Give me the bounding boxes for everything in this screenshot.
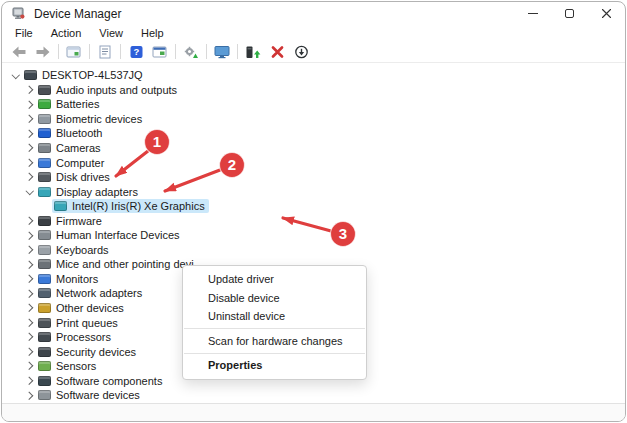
chevron-right-icon[interactable] [24,349,36,355]
maximize-button[interactable] [551,2,588,25]
chevron-down-icon[interactable] [10,74,22,78]
tree-item-disk-drives[interactable]: Disk drives [2,170,625,185]
tree-item-human-interface-devices[interactable]: Human Interface Devices [2,228,625,243]
tree-item-keyboards[interactable]: Keyboards [2,243,625,258]
chevron-right-icon[interactable] [24,131,36,137]
tree-item-label: Sensors [56,360,96,372]
chevron-right-icon[interactable] [24,247,36,253]
sensor-icon [38,361,51,371]
console-tree-button[interactable] [62,42,86,62]
computer-icon [24,70,37,80]
toolbar-separator [89,44,90,59]
tree-item-bluetooth[interactable]: Bluetooth [2,126,625,141]
tree-item-label: Software devices [56,389,140,401]
tree-item-label: Monitors [56,273,98,285]
tree-item-software-devices[interactable]: Software devices [2,388,625,403]
speaker-icon [38,85,51,95]
tree-item-audio-inputs-and-outputs[interactable]: Audio inputs and outputs [2,83,625,98]
tree-item-content: DESKTOP-4L537JQ [22,68,147,82]
disk-icon [38,172,51,182]
chip-icon [38,216,51,226]
tree-item-computer[interactable]: Computer [2,155,625,170]
update-settings-button[interactable] [179,42,203,62]
status-bar [2,403,625,421]
bluetooth-icon [38,128,51,138]
tree-item-batteries[interactable]: Batteries [2,97,625,112]
back-button[interactable] [7,42,31,62]
chevron-right-icon[interactable] [24,233,36,239]
chevron-down-icon[interactable] [24,190,36,194]
toolbar-separator [237,44,238,59]
chevron-right-icon[interactable] [24,320,36,326]
tree-item-biometric-devices[interactable]: Biometric devices [2,112,625,127]
security-device-icon [38,347,51,357]
chevron-right-icon[interactable] [24,102,36,108]
tree-item-content: Bluetooth [36,126,106,140]
chevron-right-icon[interactable] [24,378,36,384]
chevron-right-icon[interactable] [24,145,36,151]
tree-item-content: Keyboards [36,243,113,257]
close-button[interactable] [588,2,625,25]
minimize-button[interactable] [514,2,551,25]
tree-item-label: Mice and other pointing devi [56,258,194,270]
chevron-right-icon[interactable] [24,334,36,340]
svg-text:?: ? [133,46,139,57]
tree-item-label: DESKTOP-4L537JQ [42,69,143,81]
chevron-right-icon[interactable] [24,276,36,282]
tree-item-content: Audio inputs and outputs [36,83,181,97]
tree-item-content: Disk drives [36,170,114,184]
uninstall-button[interactable] [265,42,289,62]
chevron-right-icon[interactable] [24,305,36,311]
tree-item-label: Computer [56,157,104,169]
disable-device-button[interactable] [289,42,313,62]
fingerprint-icon [38,114,51,124]
chevron-right-icon[interactable] [24,160,36,166]
chevron-right-icon[interactable] [24,87,36,93]
tree-item-desktop-4l537jq[interactable]: DESKTOP-4L537JQ [2,68,625,83]
tree-item-content: Biometric devices [36,112,146,126]
title-bar: Device Manager [2,2,625,25]
context-menu-item-disable-device[interactable]: Disable device [183,289,366,308]
chevron-right-icon[interactable] [24,393,36,399]
scan-hardware-button[interactable] [210,42,234,62]
properties-button[interactable] [93,42,117,62]
tree-item-label: Biometric devices [56,113,142,125]
context-menu-item-update-driver[interactable]: Update driver [183,270,366,289]
context-menu-item-uninstall-device[interactable]: Uninstall device [183,307,366,326]
disable-down-icon [294,45,309,59]
list-panel-button[interactable] [148,42,172,62]
tree-item-firmware[interactable]: Firmware [2,213,625,228]
help-button[interactable]: ? [124,42,148,62]
chevron-right-icon[interactable] [24,262,36,268]
properties-icon [97,45,113,59]
forward-button[interactable] [31,42,55,62]
menu-help[interactable]: Help [132,25,173,41]
tree-item-intel-r-iris-r-xe-graphics[interactable]: Intel(R) Iris(R) Xe Graphics [2,199,625,214]
driver-update-button[interactable] [241,42,265,62]
device-manager-icon [11,7,27,21]
display-adapter-icon [54,201,67,211]
minimize-icon [528,13,538,14]
menu-file[interactable]: File [6,25,42,41]
menu-action[interactable]: Action [42,25,91,41]
tree-item-display-adapters[interactable]: Display adapters [2,184,625,199]
driver-update-icon [244,45,262,59]
menu-view[interactable]: View [90,25,132,41]
chevron-right-icon[interactable] [24,218,36,224]
chevron-right-icon[interactable] [24,291,36,297]
window-title: Device Manager [34,7,121,21]
chevron-right-icon[interactable] [24,174,36,180]
tree-item-cameras[interactable]: Cameras [2,141,625,156]
tree-item-label: Human Interface Devices [56,229,180,241]
tree-item-content: Software devices [36,388,144,402]
back-icon [11,45,27,59]
context-menu-item-scan-for-hardware-changes[interactable]: Scan for hardware changes [183,332,366,351]
context-menu-item-properties[interactable]: Properties [183,356,366,375]
update-settings-icon [183,45,199,59]
context-menu-separator [184,353,365,354]
chevron-right-icon[interactable] [24,363,36,369]
help-icon: ? [129,45,144,59]
toolbar: ? [2,41,625,63]
chevron-right-icon[interactable] [24,116,36,122]
tree-item-content: Firmware [36,214,106,228]
